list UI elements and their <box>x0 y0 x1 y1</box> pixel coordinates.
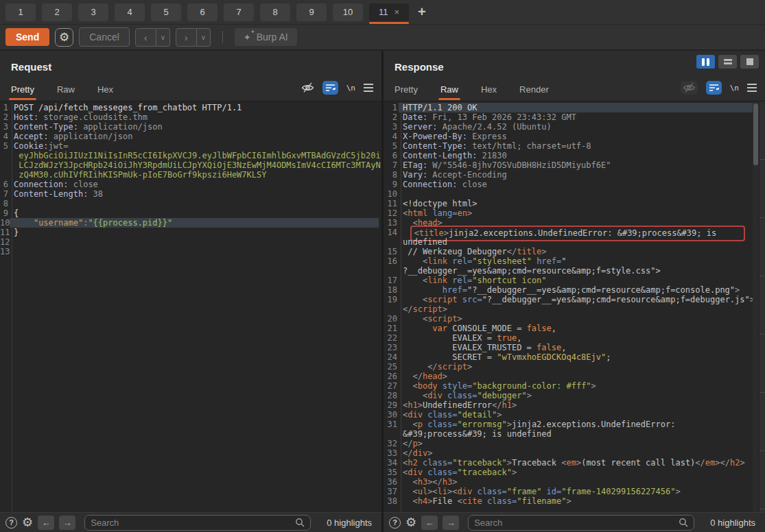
burp-ai-button[interactable]: ✦✦ Burp AI <box>235 28 297 46</box>
code-line[interactable]: 27 <body style="background-color: #fff"> <box>384 381 765 391</box>
code-line[interactable]: 12 <box>0 237 381 247</box>
code-line[interactable]: 24 SECRET = "wTvmxhoEGDCKOq4c8Ejv"; <box>384 352 765 362</box>
code-line[interactable]: 32</p> <box>384 439 765 448</box>
close-tab-icon[interactable]: × <box>394 7 399 17</box>
code-line[interactable]: 2Date: Fri, 13 Feb 2026 23:43:32 GMT <box>384 112 765 122</box>
request-tab-pretty[interactable]: Pretty <box>11 84 34 95</box>
code-line[interactable]: eyJhbGciOiJIUzI1NiIsInR5cCI6IkpXVCJ9.eyJ… <box>0 151 381 160</box>
request-editor[interactable]: 1POST /api/fetch_messeges_from_chatbot H… <box>0 101 381 512</box>
response-scrollbar[interactable] <box>753 101 759 512</box>
code-line[interactable]: 26 </head> <box>384 372 765 381</box>
code-line[interactable]: 16 <link rel="stylesheet" href=" <box>384 256 765 266</box>
code-line[interactable]: 7Content-Length: 38 <box>0 189 381 199</box>
send-button[interactable]: Send <box>5 28 49 46</box>
repeater-tab-1[interactable]: 1 <box>5 3 36 21</box>
repeater-tab-8[interactable]: 8 <box>260 3 290 21</box>
search-settings-gear-icon[interactable]: ⚙ <box>22 516 33 529</box>
code-line[interactable]: 11<!doctype html> <box>384 199 765 208</box>
code-line[interactable]: 10 <box>384 189 765 199</box>
layout-columns-button[interactable] <box>696 55 715 69</box>
editor-menu-icon[interactable] <box>747 84 757 92</box>
response-tab-hex[interactable]: Hex <box>481 84 497 95</box>
code-line[interactable]: 29<h1>UndefinedError</h1> <box>384 400 765 410</box>
response-editor[interactable]: 1HTTP/1.1 200 OK2Date: Fri, 13 Feb 2026 … <box>384 101 765 512</box>
request-tab-raw[interactable]: Raw <box>57 84 75 95</box>
code-line[interactable]: 35<div class="traceback"> <box>384 468 765 477</box>
search-input[interactable] <box>474 518 679 528</box>
code-line[interactable]: 8Vary: Accept-Encoding <box>384 170 765 180</box>
code-line[interactable]: 4Accept: application/json <box>0 132 381 141</box>
editor-menu-icon[interactable] <box>364 84 373 92</box>
code-line[interactable]: 14 <title>jinja2.exceptions.UndefinedErr… <box>384 228 765 237</box>
code-line[interactable]: 3Server: Apache/2.4.52 (Ubuntu) <box>384 122 765 132</box>
repeater-tab-3[interactable]: 3 <box>78 3 108 21</box>
forward-button[interactable]: › <box>176 28 197 47</box>
code-line[interactable]: 20 <script> <box>384 314 765 324</box>
scrollbar-thumb[interactable] <box>753 104 758 165</box>
code-line[interactable]: 1POST /api/fetch_messeges_from_chatbot H… <box>0 103 381 112</box>
code-line[interactable]: 5Content-Type: text/html; charset=utf-8 <box>384 141 765 151</box>
show-newlines-icon[interactable]: \n <box>730 84 739 93</box>
repeater-tab-10[interactable]: 10 <box>333 3 363 21</box>
word-wrap-icon[interactable] <box>706 81 722 95</box>
search-settings-gear-icon[interactable]: ⚙ <box>405 516 416 529</box>
code-line[interactable]: 38 <h4>File <cite class="filename"> <box>384 496 765 506</box>
code-line[interactable]: 9Connection: close <box>384 180 765 189</box>
response-tab-pretty[interactable]: Pretty <box>395 84 418 95</box>
code-line[interactable]: 7ETag: W/"5546-8jhv7OSVuDBH8HziD5DMiyubf… <box>384 160 765 170</box>
repeater-tab-11-active[interactable]: 11× <box>369 3 409 21</box>
code-line[interactable]: 25 </script> <box>384 362 765 372</box>
code-line[interactable]: 28 <div class="debugger"> <box>384 391 765 400</box>
code-line[interactable]: 34<h2 class="traceback">Traceback <em>(m… <box>384 458 765 468</box>
back-button[interactable]: ‹ <box>135 28 156 47</box>
show-newlines-icon[interactable]: \n <box>346 84 355 93</box>
code-line[interactable]: 11} <box>0 228 381 237</box>
code-line[interactable]: ?__debugger__=yes&amp;cmd=resource&amp;f… <box>384 266 765 276</box>
code-line[interactable]: 9{ <box>0 208 381 218</box>
next-match-button[interactable]: → <box>443 516 459 530</box>
cancel-button[interactable]: Cancel <box>79 27 130 47</box>
back-dropdown-icon[interactable]: ∨ <box>156 28 170 47</box>
code-line[interactable]: 13 <box>0 247 381 256</box>
response-tab-render[interactable]: Render <box>519 84 549 95</box>
code-line[interactable]: 23 EVALEX_TRUSTED = false, <box>384 343 765 352</box>
code-line[interactable]: 4X-Powered-By: Express <box>384 132 765 141</box>
repeater-tab-6[interactable]: 6 <box>187 3 217 21</box>
code-line[interactable]: 36 <h3></h3> <box>384 477 765 487</box>
code-line[interactable]: 17 <link rel="shortcut icon" <box>384 276 765 285</box>
code-line[interactable]: &#39;process&#39; is undefined <box>384 429 765 439</box>
code-line[interactable]: 31 <p class="errormsg">jinja2.exceptions… <box>384 420 765 429</box>
code-line[interactable]: 22 EVALEX = true, <box>384 333 765 343</box>
code-line[interactable]: 1HTTP/1.1 200 OK <box>384 103 765 112</box>
repeater-tab-7[interactable]: 7 <box>224 3 254 21</box>
code-line[interactable]: 6Content-Length: 21830 <box>384 151 765 160</box>
layout-rows-button[interactable] <box>718 55 737 69</box>
code-line[interactable]: 19 <script src="?__debugger__=yes&amp;cm… <box>384 295 765 304</box>
code-line[interactable]: 5Cookie:jwt= <box>0 141 381 151</box>
code-line[interactable]: 12<html lang=en> <box>384 208 765 218</box>
previous-match-button[interactable]: ← <box>421 516 438 530</box>
repeater-tab-2[interactable]: 2 <box>42 3 72 21</box>
code-line[interactable]: 15 // Werkzeug Debugger</title> <box>384 247 765 256</box>
help-icon[interactable]: ? <box>5 517 17 529</box>
code-line[interactable]: undefined <box>384 237 765 247</box>
help-icon[interactable]: ? <box>389 517 401 529</box>
code-line[interactable]: 8 <box>0 199 381 208</box>
code-line[interactable]: 2Host: storage.cloudsite.thm <box>0 112 381 122</box>
repeater-tab-4[interactable]: 4 <box>115 3 145 21</box>
previous-match-button[interactable]: ← <box>38 516 54 530</box>
code-line[interactable]: </script> <box>384 304 765 314</box>
code-line[interactable]: 21 var CONSOLE_MODE = false, <box>384 324 765 333</box>
code-line[interactable]: LCJzdWJzY3JpcHRpb24iOiJhY3RpdmUiLCJpYXQi… <box>0 160 381 170</box>
response-tab-raw[interactable]: Raw <box>440 84 458 95</box>
word-wrap-icon[interactable] <box>322 81 338 95</box>
hide-syntax-eye-icon[interactable] <box>681 81 698 95</box>
code-line[interactable]: 3Content-Type: application/json <box>0 122 381 132</box>
send-settings-gear-icon[interactable]: ⚙ <box>55 28 73 47</box>
code-line[interactable]: 10 "username":"{{process.pid}}" <box>0 218 381 228</box>
repeater-tab-5[interactable]: 5 <box>151 3 181 21</box>
repeater-tab-9[interactable]: 9 <box>296 3 327 21</box>
new-tab-button[interactable]: + <box>418 4 426 20</box>
code-line[interactable]: 18 href="?__debugger__=yes&amp;cmd=resou… <box>384 285 765 295</box>
code-line[interactable]: 33</div> <box>384 448 765 458</box>
